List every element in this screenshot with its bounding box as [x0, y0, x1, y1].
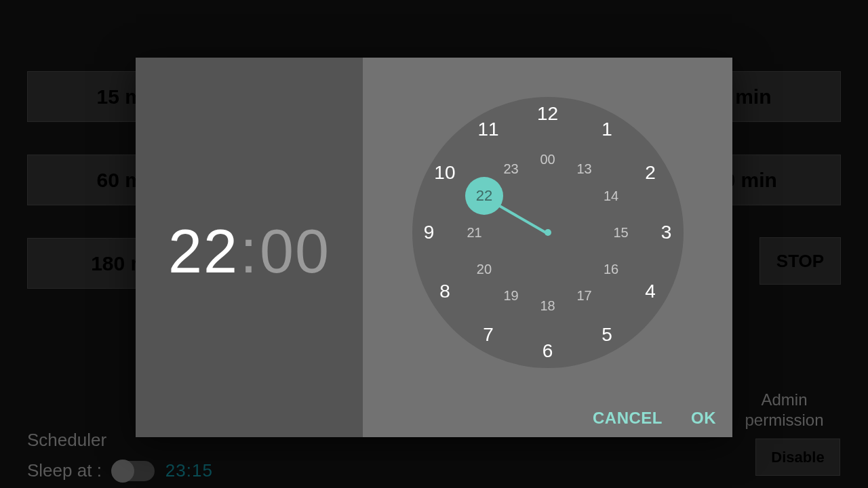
- clock-hour-21[interactable]: 21: [467, 224, 481, 240]
- clock-hour-15[interactable]: 15: [613, 224, 628, 240]
- clock-hour-9[interactable]: 9: [424, 222, 435, 243]
- readout-minutes[interactable]: 00: [260, 218, 330, 285]
- time-readout-panel: 22:00: [136, 58, 363, 437]
- sleep-at-label: Sleep at :: [27, 460, 102, 481]
- scheduler-panel: Scheduler Sleep at : 23:15: [27, 430, 213, 481]
- clock-hour-13[interactable]: 13: [576, 161, 591, 177]
- clock-hour-16[interactable]: 16: [604, 261, 618, 277]
- clock-center-dot: [545, 229, 551, 236]
- clock-hour-1[interactable]: 1: [601, 119, 612, 140]
- clock-hour-2[interactable]: 2: [645, 162, 656, 184]
- clock-selected-hour[interactable]: 22: [465, 177, 503, 215]
- admin-label: Adminpermission: [725, 390, 844, 430]
- sleep-time-value[interactable]: 23:15: [165, 460, 213, 481]
- time-picker-dialog: 22:00 1212345678910110013141516171819202…: [136, 58, 732, 437]
- disable-button[interactable]: Disable: [755, 439, 840, 476]
- clock-hour-11[interactable]: 11: [477, 119, 498, 140]
- clock-face[interactable]: 1212345678910110013141516171819202122232…: [412, 97, 684, 368]
- admin-panel: Adminpermission Disable: [725, 390, 844, 476]
- clock-hour-00[interactable]: 00: [540, 151, 555, 167]
- clock-hour-5[interactable]: 5: [601, 324, 612, 346]
- clock-hour-6[interactable]: 6: [542, 340, 553, 362]
- clock-hour-17[interactable]: 17: [576, 288, 591, 304]
- cancel-button[interactable]: CANCEL: [593, 409, 663, 428]
- clock-hour-8[interactable]: 8: [439, 281, 450, 302]
- clock-hour-3[interactable]: 3: [661, 222, 672, 243]
- clock-hour-23[interactable]: 23: [503, 161, 518, 177]
- ok-button[interactable]: OK: [691, 409, 716, 428]
- clock-hour-20[interactable]: 20: [477, 261, 492, 277]
- time-readout: 22:00: [168, 217, 330, 287]
- clock-hour-18[interactable]: 18: [540, 298, 555, 313]
- scheduler-toggle[interactable]: [113, 461, 155, 481]
- clock-hour-19[interactable]: 19: [503, 288, 518, 304]
- clock-panel: 1212345678910110013141516171819202122232…: [363, 58, 732, 437]
- dialog-actions: CANCEL OK: [593, 409, 716, 428]
- clock-hour-7[interactable]: 7: [483, 324, 494, 346]
- readout-sep: :: [240, 218, 258, 285]
- stop-button[interactable]: STOP: [760, 237, 841, 285]
- clock-hour-10[interactable]: 10: [434, 162, 455, 184]
- clock-hour-4[interactable]: 4: [645, 281, 656, 302]
- clock-hour-14[interactable]: 14: [604, 188, 618, 203]
- readout-hours[interactable]: 22: [168, 218, 239, 285]
- clock-hour-12[interactable]: 12: [537, 103, 558, 125]
